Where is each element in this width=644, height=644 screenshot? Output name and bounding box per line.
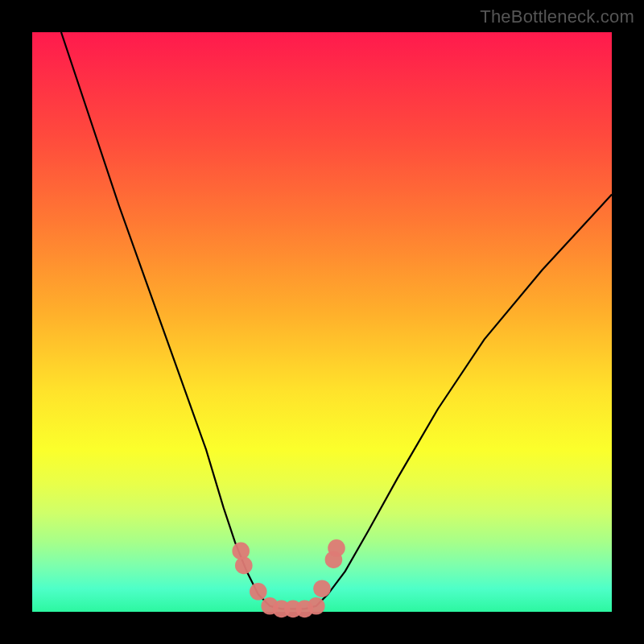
chart-svg [32, 32, 612, 612]
v-curve [61, 32, 612, 609]
plot-area [32, 32, 612, 612]
marker-dot [313, 580, 331, 597]
marker-dot [232, 543, 250, 560]
chart-frame: TheBottleneck.com [0, 0, 644, 644]
marker-dot [308, 597, 325, 615]
watermark-text: TheBottleneck.com [480, 6, 634, 27]
marker-dot [328, 539, 345, 557]
marker-dot [250, 583, 267, 601]
marker-dot [235, 557, 253, 575]
curves-group [61, 32, 612, 609]
markers-group [232, 539, 345, 617]
